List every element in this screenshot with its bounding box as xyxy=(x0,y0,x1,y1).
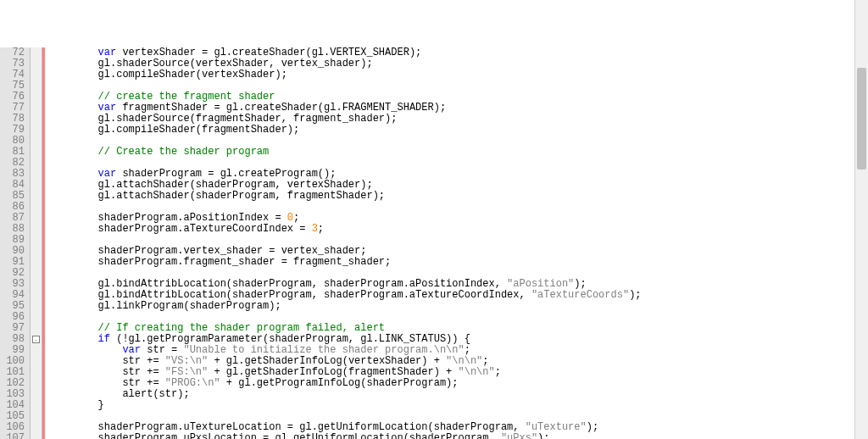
change-marker xyxy=(42,246,45,257)
token-id: shaderProgram.aPositionIndex = xyxy=(49,212,287,224)
code-line[interactable]: gl.linkProgram(shaderProgram); xyxy=(49,301,868,312)
token-com: // Create the shader program xyxy=(98,146,270,158)
token-id: ; xyxy=(293,212,299,224)
token-id xyxy=(49,146,98,158)
change-marker xyxy=(42,257,45,268)
token-kw: var xyxy=(98,168,117,180)
token-str: "Unable to initialize the shader program… xyxy=(183,344,464,356)
token-id: ; xyxy=(482,355,488,367)
change-marker xyxy=(42,136,45,147)
token-id: vertexShader = gl.createShader(gl.VERTEX… xyxy=(116,47,421,58)
change-marker xyxy=(42,69,45,81)
token-kw: var xyxy=(98,47,117,58)
token-id: gl.shaderSource(vertexShader, vertex_sha… xyxy=(49,58,373,69)
token-id: shaderProgram.aTextureCoordIndex = xyxy=(49,223,312,235)
token-id: shaderProgram.vertex_shader = vertex_sha… xyxy=(49,245,366,257)
token-id xyxy=(49,91,98,103)
token-kw: var xyxy=(98,102,117,114)
token-id: str += xyxy=(49,355,165,367)
token-id: gl.compileShader(fragmentShader); xyxy=(49,124,299,136)
change-marker xyxy=(42,224,45,235)
token-id: ; xyxy=(465,344,470,356)
token-kw: var xyxy=(122,344,141,356)
code-line[interactable]: // Create the shader program xyxy=(49,147,868,158)
token-num: 3 xyxy=(312,223,318,235)
token-id: fragmentShader = gl.createShader(gl.FRAG… xyxy=(116,102,446,114)
change-marker xyxy=(42,422,45,433)
code-area[interactable]: var vertexShader = gl.createShader(gl.VE… xyxy=(46,47,868,439)
token-id xyxy=(49,168,98,180)
code-line[interactable]: } xyxy=(49,400,868,411)
code-editor[interactable]: 7273747576777879808182838485868788899091… xyxy=(0,47,868,439)
token-id: ; xyxy=(318,223,324,235)
code-line[interactable]: shaderProgram.aTextureCoordIndex = 3; xyxy=(49,224,868,235)
change-marker xyxy=(42,378,45,389)
code-line[interactable]: alert(str); xyxy=(49,389,868,400)
change-marker xyxy=(42,334,45,345)
change-marker xyxy=(42,169,45,180)
token-id: shaderProgram.uTextureLocation = gl.getU… xyxy=(49,421,526,433)
change-marker xyxy=(42,213,45,224)
change-marker xyxy=(42,147,45,158)
code-line[interactable]: shaderProgram.uPxsLocation = gl.getUnifo… xyxy=(49,433,868,439)
scrollbar-thumb[interactable] xyxy=(857,68,866,169)
line-number-gutter[interactable]: 7273747576777879808182838485868788899091… xyxy=(0,47,31,439)
token-str: "VS:\n" xyxy=(165,355,208,367)
change-marker xyxy=(42,389,45,400)
token-id: ); xyxy=(537,432,549,439)
token-com: // If creating the shader program failed… xyxy=(98,322,385,334)
change-marker xyxy=(42,58,45,69)
token-str: "PROG:\n" xyxy=(165,377,220,389)
line-number[interactable]: 107 xyxy=(3,433,25,439)
code-line[interactable]: shaderProgram.fragment_shader = fragment… xyxy=(49,257,868,268)
token-id: ; xyxy=(495,366,501,378)
token-id xyxy=(49,322,98,334)
token-id: gl.bindAttribLocation(shaderProgram, sha… xyxy=(49,278,507,290)
token-id: + gl.getShaderInfoLog(fragmentShader) + xyxy=(208,366,458,378)
token-id: + gl.getProgramInfoLog(shaderProgram); xyxy=(220,377,459,389)
token-str: "aTextureCoords" xyxy=(531,289,629,301)
token-str: "uPxs" xyxy=(501,432,537,439)
token-id: shaderProgram = gl.createProgram(); xyxy=(116,168,336,180)
token-id: ); xyxy=(587,421,598,433)
change-marker xyxy=(42,202,45,213)
change-marker xyxy=(42,290,45,301)
token-str: "\n\n" xyxy=(459,366,495,378)
change-marker xyxy=(42,235,45,246)
token-id xyxy=(49,344,122,356)
token-id xyxy=(49,102,98,114)
change-marker xyxy=(42,114,45,125)
token-id: str += xyxy=(49,366,165,378)
token-id: ); xyxy=(574,278,586,290)
change-marker xyxy=(42,312,45,323)
token-id: gl.shaderSource(fragmentShader, fragment… xyxy=(49,113,397,125)
token-id: gl.compileShader(vertexShader); xyxy=(49,69,287,81)
change-marker xyxy=(42,180,45,191)
code-line[interactable]: gl.compileShader(fragmentShader); xyxy=(49,125,868,136)
token-id: gl.attachShader(shaderProgram, vertexSha… xyxy=(49,179,373,191)
fold-toggle-icon[interactable]: - xyxy=(32,336,40,343)
token-str: "\n\n" xyxy=(446,355,482,367)
change-marker xyxy=(42,433,45,439)
code-line[interactable]: gl.attachShader(shaderProgram, fragmentS… xyxy=(49,191,868,202)
token-id: } xyxy=(49,399,104,411)
token-id: shaderProgram.fragment_shader = fragment… xyxy=(49,256,391,268)
token-id: gl.attachShader(shaderProgram, fragmentS… xyxy=(49,190,385,202)
change-marker xyxy=(42,191,45,202)
fold-margin[interactable]: - xyxy=(31,47,42,439)
change-marker xyxy=(42,125,45,136)
token-id: shaderProgram.uPxsLocation = gl.getUnifo… xyxy=(49,432,501,439)
change-marker xyxy=(42,367,45,378)
change-marker xyxy=(42,356,45,367)
token-id: gl.bindAttribLocation(shaderProgram, sha… xyxy=(49,289,531,301)
code-line[interactable]: gl.compileShader(vertexShader); xyxy=(49,69,868,81)
token-id: + gl.getShaderInfoLog(vertexShader) + xyxy=(208,355,446,367)
change-marker xyxy=(42,103,45,114)
token-str: "FS:\n" xyxy=(165,366,208,378)
change-marker xyxy=(42,301,45,312)
token-num: 0 xyxy=(287,212,293,224)
token-id: str += xyxy=(49,377,165,389)
token-id: str = xyxy=(141,344,183,356)
change-marker xyxy=(42,323,45,334)
vertical-scrollbar[interactable] xyxy=(854,0,868,439)
